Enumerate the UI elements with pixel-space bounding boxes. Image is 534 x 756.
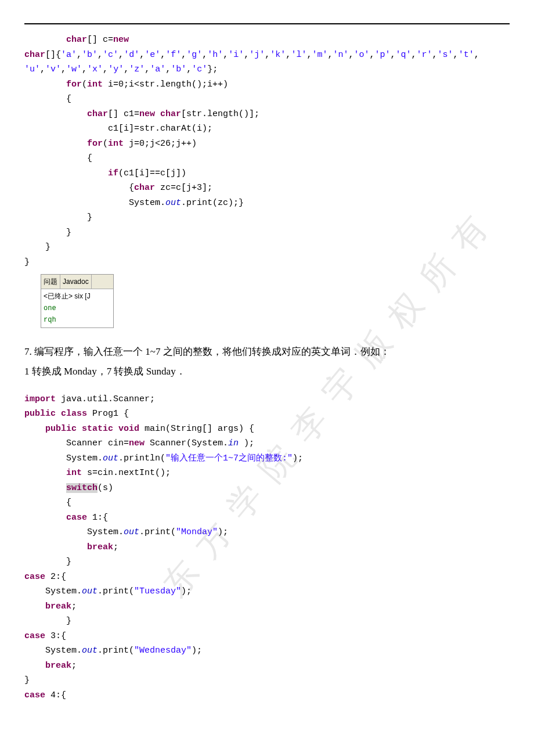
- tab-problems[interactable]: 问题: [41, 275, 60, 289]
- console-output-box: 问题 Javadoc <已终止> six [J one rqh: [41, 274, 114, 328]
- code-block-2: import java.util.Scanner; public class P…: [24, 392, 510, 703]
- top-rule: [24, 23, 510, 24]
- console-line: rqh: [44, 314, 111, 326]
- problem-7-text: 7. 编写程序，输入任意一个 1~7 之间的整数，将他们转换成对应的英文单词．例…: [24, 342, 510, 381]
- console-status: <已终止> six [J: [44, 290, 111, 302]
- code-block-1: char[] c=new char[]{'a','b','c','d','e',…: [24, 33, 510, 269]
- tab-javadoc[interactable]: Javadoc: [60, 275, 92, 289]
- console-line: one: [44, 303, 111, 314]
- console-tabs: 问题 Javadoc: [41, 275, 113, 289]
